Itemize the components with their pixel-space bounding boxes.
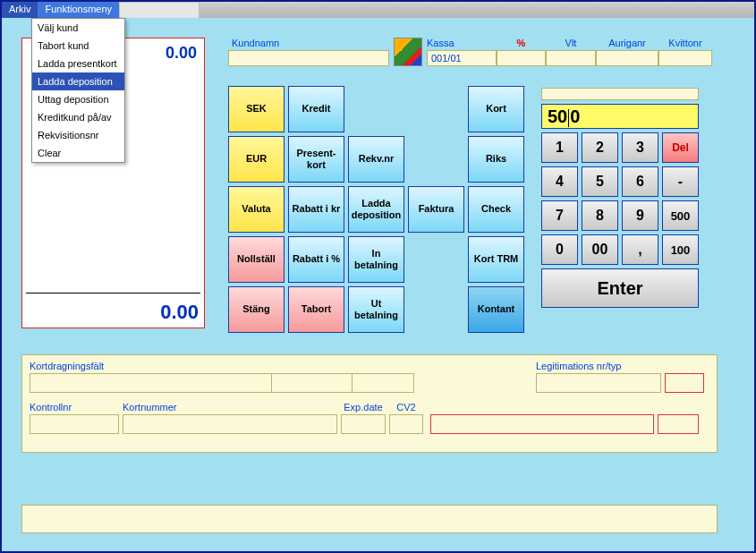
key-5[interactable]: 5	[582, 166, 618, 197]
key-6[interactable]: 6	[622, 166, 658, 197]
field-kassa: 001/01	[427, 50, 497, 66]
field-kvittonr[interactable]	[658, 50, 712, 66]
card-panel: Kortdragningsfält Legitimations nr/typ	[21, 354, 718, 453]
menu-blank-tab	[119, 2, 200, 18]
field-legit-typ[interactable]	[665, 373, 704, 393]
btn-kredit[interactable]: Kredit	[288, 86, 344, 132]
btn-utbetalning[interactable]: Ut betalning	[348, 286, 404, 333]
field-vlt[interactable]	[546, 50, 596, 66]
label-kontrollnr: Kontrollnr	[30, 402, 119, 413]
key-0[interactable]: 0	[541, 234, 578, 265]
field-percent[interactable]	[497, 50, 546, 66]
label-percent: %	[497, 38, 546, 48]
key-8[interactable]: 8	[582, 200, 618, 231]
pos-window: Arkiv Funktionsmeny Välj kund Tabort kun…	[0, 0, 756, 553]
dd-ladda-presentkort[interactable]: Ladda presentkort	[32, 55, 124, 72]
dd-kreditkund[interactable]: Kreditkund på/av	[32, 108, 124, 126]
dd-clear[interactable]: Clear	[32, 144, 124, 162]
field-auriganr[interactable]	[596, 50, 658, 66]
label-kundnamn: Kundnamn	[228, 38, 389, 48]
menu-funktionsmeny[interactable]: Funktionsmeny	[38, 2, 119, 18]
funktionsmeny-dropdown: Välj kund Tabort kund Ladda presentkort …	[31, 18, 125, 163]
btn-valuta[interactable]: Valuta	[228, 186, 285, 233]
key-1[interactable]: 1	[541, 132, 578, 163]
field-kortdrag-1[interactable]	[30, 373, 271, 393]
label-kvittonr: Kvittonr	[658, 38, 712, 48]
btn-check[interactable]: Check	[468, 186, 524, 233]
keypad-area: 500 1 2 3 Del 4 5 6 - 7 8 9	[541, 88, 699, 308]
field-legit-nr[interactable]	[536, 373, 661, 393]
function-grid: SEK Kredit Kort EUR Present- kort Rekv.n…	[228, 86, 524, 336]
label-cv2: CV2	[389, 402, 423, 413]
btn-sek[interactable]: SEK	[228, 86, 285, 132]
key-9[interactable]: 9	[622, 200, 658, 231]
btn-nollstall[interactable]: Nollställ	[228, 236, 285, 283]
btn-rabatt-kr[interactable]: Rabatt i kr	[288, 186, 344, 233]
field-red-1[interactable]	[430, 414, 654, 434]
key-comma[interactable]: ,	[622, 234, 658, 265]
key-2[interactable]: 2	[582, 132, 618, 163]
btn-inbetalning[interactable]: In betalning	[348, 236, 404, 283]
field-kontrollnr[interactable]	[30, 414, 119, 434]
btn-ladda-deposition[interactable]: Ladda deposition	[348, 186, 404, 233]
label-kortnummer: Kortnummer	[123, 402, 337, 413]
btn-rabatt-pct[interactable]: Rabatt i %	[288, 236, 344, 283]
dd-uttag-deposition[interactable]: Uttag deposition	[32, 90, 124, 108]
display-after: 0	[570, 106, 580, 126]
btn-presentkort[interactable]: Present- kort	[288, 136, 344, 183]
status-bar	[21, 505, 718, 533]
field-expdate[interactable]	[341, 414, 386, 434]
btn-stang[interactable]: Stäng	[228, 286, 285, 333]
btn-eur[interactable]: EUR	[228, 136, 285, 183]
receipt-divider	[26, 293, 200, 294]
label-vlt: Vlt	[546, 38, 596, 48]
label-legitimation: Legitimations nr/typ	[536, 361, 704, 371]
header-row: Kundnamn Kassa % Vlt Auriganr Kvittonr 0…	[228, 38, 736, 66]
display-main[interactable]: 500	[541, 104, 699, 129]
display-secondary	[541, 88, 699, 100]
key-enter[interactable]: Enter	[541, 268, 699, 308]
btn-kontant[interactable]: Kontant	[468, 286, 524, 333]
dd-rekvisitionsnr[interactable]: Rekvisitionsnr	[32, 126, 124, 144]
label-kassa: Kassa	[427, 38, 497, 48]
label-expdate: Exp.date	[341, 402, 386, 413]
btn-rekvnr[interactable]: Rekv.nr	[348, 136, 404, 183]
windows-logo-icon[interactable]	[394, 38, 422, 66]
menubar: Arkiv Funktionsmeny	[2, 2, 754, 18]
btn-riks[interactable]: Riks	[468, 136, 524, 183]
field-red-2[interactable]	[658, 414, 699, 434]
field-kundnamn[interactable]	[228, 50, 389, 66]
key-4[interactable]: 4	[541, 166, 578, 197]
field-kortnummer[interactable]	[123, 414, 337, 434]
label-kortdragningsfalt: Kortdragningsfält	[30, 361, 414, 371]
label-auriganr: Auriganr	[596, 38, 658, 48]
btn-kort-trm[interactable]: Kort TRM	[468, 236, 524, 283]
field-cv2[interactable]	[389, 414, 423, 434]
key-3[interactable]: 3	[622, 132, 658, 163]
menu-arkiv[interactable]: Arkiv	[2, 2, 38, 18]
key-del[interactable]: Del	[662, 132, 699, 163]
btn-kort[interactable]: Kort	[468, 86, 524, 132]
key-500[interactable]: 500	[662, 200, 699, 231]
dd-valj-kund[interactable]: Välj kund	[32, 19, 124, 37]
key-minus[interactable]: -	[662, 166, 699, 197]
btn-faktura[interactable]: Faktura	[408, 186, 464, 233]
dd-ladda-deposition[interactable]: Ladda deposition	[32, 72, 124, 90]
field-kortdrag-2[interactable]	[271, 373, 352, 393]
display-before: 50	[548, 106, 567, 126]
btn-tabort[interactable]: Tabort	[288, 286, 344, 333]
receipt-total: 0.00	[160, 301, 199, 324]
dd-tabort-kund[interactable]: Tabort kund	[32, 37, 124, 55]
key-00[interactable]: 00	[582, 234, 618, 265]
field-kortdrag-3[interactable]	[352, 373, 414, 393]
key-7[interactable]: 7	[541, 200, 578, 231]
key-100[interactable]: 100	[662, 234, 699, 265]
